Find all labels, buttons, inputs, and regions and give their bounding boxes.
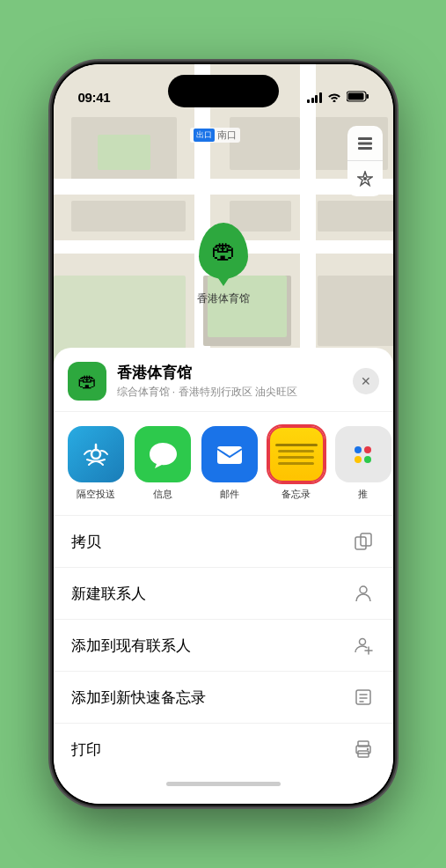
share-item-airdrop[interactable]: 隔空投送 xyxy=(68,426,124,501)
map-location-button[interactable] xyxy=(347,161,383,196)
copy-icon xyxy=(351,529,376,554)
notes-label: 备忘录 xyxy=(281,488,311,501)
messages-icon[interactable] xyxy=(135,426,191,482)
close-button[interactable]: ✕ xyxy=(353,368,379,394)
svg-rect-3 xyxy=(358,137,372,140)
share-item-mail[interactable]: 邮件 xyxy=(201,426,258,501)
action-add-existing-label: 添加到现有联系人 xyxy=(71,636,191,656)
svg-rect-2 xyxy=(366,94,369,99)
map-layer-button[interactable] xyxy=(347,126,383,161)
action-list: 拷贝 新建联系人 添加到现有联系人 xyxy=(54,516,393,775)
action-print[interactable]: 打印 xyxy=(54,724,393,775)
map-north-gate-label: 出口 南口 xyxy=(190,128,240,143)
venue-stadium-icon: 🏟 xyxy=(77,370,97,393)
action-new-contact[interactable]: 新建联系人 xyxy=(54,568,393,620)
venue-subtitle: 综合体育馆 · 香港特别行政区 油尖旺区 xyxy=(117,385,353,400)
note-icon xyxy=(351,685,376,710)
status-time: 09:41 xyxy=(78,90,111,105)
signal-icon xyxy=(307,92,322,103)
venue-info: 香港体育馆 综合体育馆 · 香港特别行政区 油尖旺区 xyxy=(117,363,353,400)
action-add-quick-note[interactable]: 添加到新快速备忘录 xyxy=(54,672,393,724)
svg-point-11 xyxy=(360,586,367,593)
share-row: 隔空投送 信息 xyxy=(54,412,393,516)
pin-icon: 🏟 xyxy=(199,223,248,279)
more-label: 推 xyxy=(358,488,368,501)
svg-point-7 xyxy=(91,450,100,459)
airdrop-icon[interactable] xyxy=(68,426,124,482)
screen: 09:41 xyxy=(54,64,393,804)
svg-point-12 xyxy=(359,639,365,645)
mail-label: 邮件 xyxy=(220,488,239,501)
home-indicator xyxy=(166,782,281,786)
share-item-notes[interactable]: 备忘录 xyxy=(268,426,325,501)
pin-label: 香港体育馆 xyxy=(197,291,250,306)
wifi-icon xyxy=(327,91,341,105)
svg-rect-5 xyxy=(358,147,372,150)
person-add-icon xyxy=(351,633,376,658)
action-add-quick-note-label: 添加到新快速备忘录 xyxy=(71,688,206,708)
action-print-label: 打印 xyxy=(71,739,101,760)
more-dots xyxy=(355,446,371,463)
map-controls[interactable] xyxy=(347,126,383,196)
dynamic-island xyxy=(168,75,279,107)
action-copy-label: 拷贝 xyxy=(71,532,101,552)
more-icon[interactable] xyxy=(335,426,391,482)
bottom-sheet: 🏟 香港体育馆 综合体育馆 · 香港特别行政区 油尖旺区 ✕ xyxy=(54,348,393,804)
venue-icon: 🏟 xyxy=(68,362,106,401)
home-indicator-area xyxy=(54,775,393,804)
print-icon xyxy=(351,737,376,761)
messages-label: 信息 xyxy=(153,488,172,501)
action-add-existing[interactable]: 添加到现有联系人 xyxy=(54,620,393,672)
person-icon xyxy=(351,581,376,606)
svg-point-6 xyxy=(363,177,367,180)
airdrop-label: 隔空投送 xyxy=(77,488,115,501)
svg-rect-1 xyxy=(347,93,363,100)
venue-pin: 🏟 香港体育馆 xyxy=(197,223,250,306)
mail-icon[interactable] xyxy=(201,426,258,482)
svg-rect-4 xyxy=(358,142,372,144)
venue-name: 香港体育馆 xyxy=(117,363,353,383)
notes-icon[interactable] xyxy=(268,426,325,482)
svg-rect-8 xyxy=(217,446,242,464)
status-icons xyxy=(307,91,369,105)
venue-header: 🏟 香港体育馆 综合体育馆 · 香港特别行政区 油尖旺区 ✕ xyxy=(54,348,393,412)
share-item-messages[interactable]: 信息 xyxy=(135,426,191,501)
battery-icon xyxy=(347,91,369,105)
action-copy[interactable]: 拷贝 xyxy=(54,516,393,568)
svg-point-23 xyxy=(366,748,368,750)
share-item-more[interactable]: 推 xyxy=(335,426,391,501)
phone-frame: 09:41 xyxy=(52,63,395,805)
action-new-contact-label: 新建联系人 xyxy=(71,584,146,604)
pin-stadium-icon: 🏟 xyxy=(211,239,236,263)
